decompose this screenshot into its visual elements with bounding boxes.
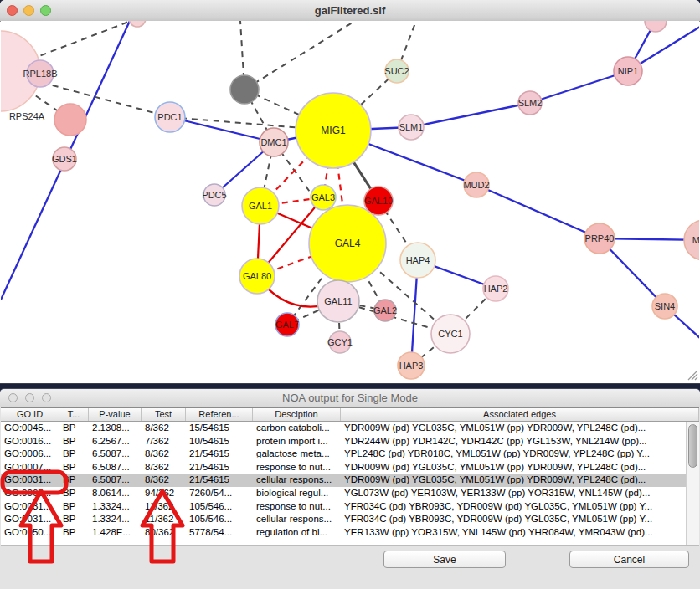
column-header-reference[interactable]: Referen...	[186, 408, 253, 421]
cell-p-value: 6.5087...	[89, 461, 142, 474]
table-row[interactable]: GO:0006...BP6.5087...8/36221/54615galact…	[1, 448, 686, 461]
node-label: NIP1	[618, 66, 638, 76]
network-edge[interactable]	[530, 71, 628, 103]
cell-type: BP	[59, 422, 89, 435]
cell-reference: 21/54615	[186, 461, 253, 474]
node-RPS24A[interactable]	[54, 104, 86, 136]
node-label: HAP4	[406, 255, 430, 265]
column-header-go-id[interactable]: GO ID	[1, 408, 59, 421]
network-canvas[interactable]: RPL18BRPS24AGDS1PDC1DMC1MIG1PDC5SUC2SLM1…	[1, 21, 699, 382]
network-edge[interactable]	[476, 185, 600, 238]
cell-p-value: 6.5087...	[89, 474, 142, 487]
cell-associated-edges: YDR009W (pd) YGL035C, YML051W (pp) YDR00…	[341, 474, 686, 487]
node-unlabeled[interactable]	[645, 21, 667, 32]
cell-associated-edges: YER133W (pp) YOR315W, YNL145W (pd) YHR08…	[341, 526, 686, 540]
cell-reference: 21/54615	[186, 474, 253, 487]
network-edge[interactable]	[244, 21, 355, 90]
noa-titlebar[interactable]: NOA output for Single Mode	[0, 389, 700, 407]
column-header-type[interactable]: T...	[59, 408, 89, 421]
table-row[interactable]: GO:0045...BP2.1308...8/36215/54615carbon…	[1, 422, 686, 435]
table-row[interactable]: GO:0031...BP6.5087...8/36221/54615cellul…	[1, 474, 686, 487]
cell-reference: 105/546...	[186, 500, 253, 514]
node-label: CYC1	[438, 329, 462, 339]
cell-p-value: 2.1308...	[89, 422, 142, 435]
cell-associated-edges: YDR009W (pd) YGL035C, YML051W (pp) YDR00…	[341, 461, 686, 474]
cell-type: BP	[59, 500, 89, 514]
cell-type: BP	[59, 513, 89, 526]
node-label: SLM1	[399, 122, 424, 132]
results-table[interactable]: GO IDT...P-valueTestReferen...Desciption…	[1, 407, 699, 546]
cell-p-value: 8.0614...	[89, 487, 142, 500]
cell-description: carbon cataboli...	[253, 422, 341, 435]
cell-description: regulation of bi...	[253, 526, 341, 540]
cell-p-value: 6.2567...	[89, 435, 142, 448]
network-edge[interactable]	[411, 103, 530, 127]
cell-go-id: GO:0031...	[1, 474, 59, 487]
node-label: HAP3	[399, 361, 424, 371]
cell-p-value: 1.3324...	[89, 500, 142, 514]
network-titlebar[interactable]: galFiltered.sif	[0, 0, 700, 22]
resize-grip[interactable]	[687, 369, 698, 381]
node-label: GAL7	[275, 320, 299, 330]
node-unlabeled[interactable]	[230, 75, 259, 104]
cell-associated-edges: YDR009W (pd) YGL035C, YML051W (pp) YDR00…	[341, 422, 686, 435]
node-label: GAL2	[373, 305, 397, 315]
node-unlabeled[interactable]	[129, 21, 146, 27]
cell-test: 7/362	[142, 435, 186, 448]
table-row[interactable]: GO:0031...BP1.3324...11/362105/546...res…	[1, 500, 686, 514]
table-row[interactable]: GO:0016...BP6.2567...7/36210/54615protei…	[1, 435, 686, 448]
node-label: MSL5	[692, 235, 699, 245]
network-window: galFiltered.sif RPL18BRPS24AGDS1PDC1DMC1…	[0, 0, 700, 383]
table-body: GO:0045...BP2.1308...8/36215/54615carbon…	[1, 422, 686, 539]
column-header-p-value[interactable]: P-value	[89, 408, 142, 421]
cell-test: 80/362	[142, 526, 186, 540]
save-button[interactable]: Save	[383, 551, 506, 568]
cell-test: 8/362	[142, 474, 186, 487]
cell-description: cellular respons...	[253, 474, 341, 487]
cell-associated-edges: YPL248C (pd) YBR018C, YML051W (pp) YDR00…	[341, 448, 686, 461]
cell-associated-edges: YDR244W (pp) YDR142C, YDR142C (pp) YGL15…	[341, 435, 686, 448]
cell-go-id: GO:0007...	[1, 461, 59, 474]
table-row[interactable]: GO:0007...BP6.5087...8/36221/54615respon…	[1, 461, 686, 474]
cell-go-id: GO:0031...	[1, 513, 59, 526]
node-label: SIN4	[655, 301, 675, 311]
cell-reference: 5778/54...	[186, 526, 253, 540]
cell-test: 8/362	[142, 422, 186, 435]
cell-description: biological regul...	[253, 487, 341, 500]
cell-description: galactose meta...	[253, 448, 341, 461]
cell-description: response to nut...	[253, 461, 341, 474]
node-label: GAL80	[243, 271, 271, 281]
column-header-test[interactable]: Test	[142, 408, 186, 421]
node-label: GAL4	[335, 238, 361, 249]
table-row[interactable]: GO:0065...BP8.0614...94/3627260/54...bio…	[1, 487, 686, 500]
scrollbar-thumb[interactable]	[688, 424, 697, 468]
cell-associated-edges: YGL073W (pd) YER103W, YER133W (pp) YOR31…	[341, 487, 686, 500]
node-label: GAL3	[311, 192, 335, 202]
table-row[interactable]: GO:0050...BP1.428E...80/3625778/54...reg…	[1, 526, 686, 540]
cell-go-id: GO:0045...	[1, 422, 59, 435]
node-label: RPL18B	[23, 69, 58, 79]
cell-reference: 10/54615	[186, 435, 253, 448]
cell-test: 8/362	[142, 461, 186, 474]
cell-associated-edges: YFR034C (pd) YBR093C, YDR009W (pd) YGL03…	[341, 513, 686, 526]
cell-reference: 7260/54...	[186, 487, 253, 500]
node-label: GAL10	[364, 196, 393, 206]
node-label: GAL11	[324, 296, 352, 306]
column-header-description[interactable]: Desciption	[253, 408, 341, 421]
column-header-associated-edges[interactable]: Associated edges	[341, 408, 699, 421]
cell-test: 11/362	[142, 513, 186, 526]
noa-window-title: NOA output for Single Mode	[0, 389, 700, 407]
node-label: SUC2	[384, 66, 409, 76]
cancel-button[interactable]: Cancel	[569, 551, 689, 568]
cell-description: protein import i...	[253, 435, 341, 448]
node-label: GDS1	[52, 154, 77, 164]
table-header: GO IDT...P-valueTestReferen...Desciption…	[1, 408, 699, 422]
table-row[interactable]: GO:0031...BP1.3324...11/362105/546...cel…	[1, 513, 686, 526]
cell-test: 11/362	[142, 500, 186, 514]
table-scrollbar[interactable]	[686, 422, 699, 545]
network-edge[interactable]	[170, 117, 274, 142]
cell-go-id: GO:0031...	[1, 500, 59, 514]
cell-go-id: GO:0065...	[1, 487, 59, 500]
node-label: RPS24A	[9, 111, 45, 121]
cell-reference: 105/546...	[186, 513, 253, 526]
